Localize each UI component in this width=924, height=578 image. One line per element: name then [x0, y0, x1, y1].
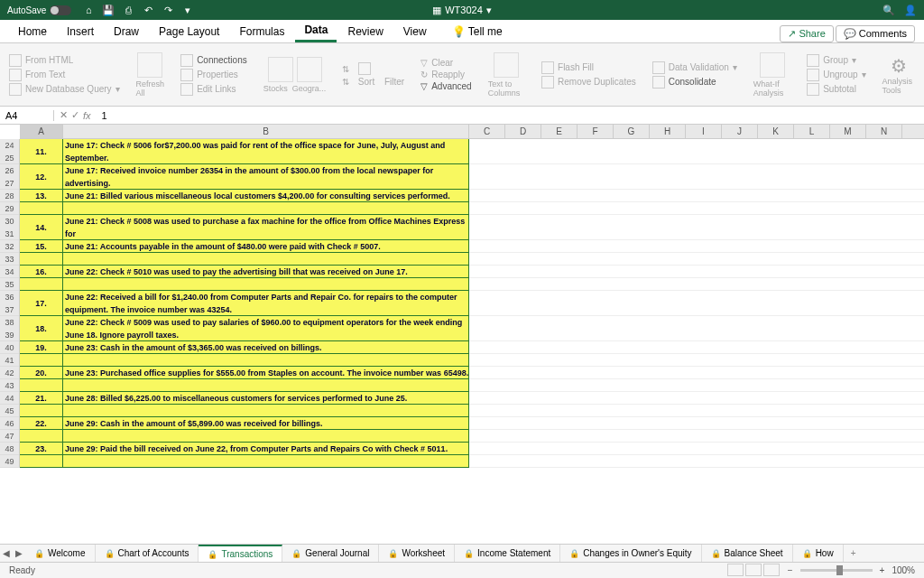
cell-a[interactable]: 12. [20, 164, 63, 190]
cell-b[interactable]: June 23: Cash in the amount of $3,365.00… [63, 341, 469, 354]
grid-body[interactable]: 242511.June 17: Check # 5006 for$7,200.0… [0, 139, 924, 544]
sheet-tab-chart-of-accounts[interactable]: 🔒Chart of Accounts [96, 545, 199, 562]
cell-a[interactable] [20, 405, 63, 417]
zoom-out-button[interactable]: − [788, 565, 793, 575]
cell-b[interactable]: June 29: Cash in the amount of $5,899.00… [63, 417, 469, 430]
column-header-D[interactable]: D [505, 125, 541, 138]
cell-rest[interactable] [469, 278, 924, 291]
cell-rest[interactable] [469, 215, 924, 240]
row-header[interactable]: 35 [0, 278, 20, 291]
cell-a[interactable]: 15. [20, 240, 63, 253]
cell-rest[interactable] [469, 190, 924, 202]
name-box[interactable]: A4 [0, 110, 54, 121]
add-sheet-button[interactable]: + [844, 548, 864, 558]
sheet-tab-worksheet[interactable]: 🔒Worksheet [379, 545, 455, 562]
refresh-all-button[interactable]: Refresh All [136, 52, 165, 98]
print-icon[interactable]: ⎙ [121, 3, 135, 17]
tab-review[interactable]: Review [338, 22, 392, 42]
row-header[interactable]: 43 [0, 379, 20, 392]
zoom-in-button[interactable]: + [880, 565, 885, 575]
home-icon[interactable]: ⌂ [81, 3, 96, 17]
row-header[interactable]: 29 [0, 202, 20, 215]
cell-rest[interactable] [469, 379, 924, 392]
formula-input[interactable]: 1 [97, 110, 924, 121]
tab-nav-prev[interactable]: ◀ [0, 548, 13, 558]
row-header[interactable]: 2627 [0, 164, 20, 190]
cell-rest[interactable] [469, 392, 924, 405]
sheet-tab-how[interactable]: 🔒How [793, 545, 844, 562]
tell-me-button[interactable]: 💡 Tell me [443, 22, 512, 42]
cell-rest[interactable] [469, 367, 924, 379]
tab-data[interactable]: Data [295, 20, 337, 42]
column-header-J[interactable]: J [722, 125, 758, 138]
cell-a[interactable] [20, 253, 63, 266]
zoom-slider[interactable] [800, 569, 873, 572]
cell-rest[interactable] [469, 316, 924, 341]
row-header[interactable]: 42 [0, 367, 20, 379]
row-header[interactable]: 41 [0, 354, 20, 367]
row-header[interactable]: 44 [0, 392, 20, 405]
row-header[interactable]: 3637 [0, 291, 20, 316]
cell-a[interactable]: 18. [20, 316, 63, 341]
cell-b[interactable] [63, 202, 469, 215]
cell-rest[interactable] [469, 341, 924, 354]
row-header[interactable]: 32 [0, 240, 20, 253]
tab-formulas[interactable]: Formulas [230, 22, 293, 42]
sheet-tab-changes-in-owner-s-equity[interactable]: 🔒Changes in Owner's Equity [560, 545, 701, 562]
cell-rest[interactable] [469, 291, 924, 316]
cell-a[interactable]: 17. [20, 291, 63, 316]
cell-rest[interactable] [469, 430, 924, 443]
tab-home[interactable]: Home [9, 22, 56, 42]
cell-a[interactable] [20, 354, 63, 367]
row-header[interactable]: 48 [0, 443, 20, 455]
row-header[interactable]: 3031 [0, 215, 20, 240]
row-header[interactable]: 47 [0, 430, 20, 443]
cell-a[interactable] [20, 278, 63, 291]
column-header-F[interactable]: F [578, 125, 614, 138]
sheet-tab-balance-sheet[interactable]: 🔒Balance Sheet [702, 545, 793, 562]
cell-b[interactable]: June 17: Check # 5006 for$7,200.00 was p… [63, 139, 469, 164]
cell-b[interactable]: June 23: Purchased office supplies for $… [63, 367, 469, 379]
cell-b[interactable]: June 21: Accounts payable in the amount … [63, 240, 469, 253]
fx-icon[interactable]: fx [83, 110, 91, 121]
cell-rest[interactable] [469, 253, 924, 266]
column-header-I[interactable]: I [686, 125, 722, 138]
column-header-A[interactable]: A [20, 125, 63, 138]
tab-page-layout[interactable]: Page Layout [150, 22, 228, 42]
share-button[interactable]: ↗ Share [780, 25, 833, 42]
cell-b[interactable] [63, 253, 469, 266]
cell-rest[interactable] [469, 455, 924, 468]
row-header[interactable]: 33 [0, 253, 20, 266]
column-header-C[interactable]: C [469, 125, 505, 138]
column-header-G[interactable]: G [614, 125, 650, 138]
cell-a[interactable]: 19. [20, 341, 63, 354]
tab-nav-next[interactable]: ▶ [13, 548, 25, 558]
cell-a[interactable] [20, 455, 63, 468]
cell-b[interactable] [63, 430, 469, 443]
cell-rest[interactable] [469, 202, 924, 215]
comments-button[interactable]: 💬 Comments [836, 25, 915, 42]
tab-draw[interactable]: Draw [105, 22, 148, 42]
cell-b[interactable] [63, 455, 469, 468]
column-header-M[interactable]: M [830, 125, 866, 138]
cell-b[interactable]: June 22: Check # 5009 was used to pay sa… [63, 316, 469, 341]
column-header-E[interactable]: E [541, 125, 578, 138]
cell-a[interactable]: 16. [20, 266, 63, 278]
cell-a[interactable] [20, 202, 63, 215]
cell-rest[interactable] [469, 405, 924, 417]
column-header-B[interactable]: B [63, 125, 469, 138]
cell-a[interactable] [20, 430, 63, 443]
connections-button[interactable]: Connections [180, 54, 247, 67]
cell-b[interactable] [63, 379, 469, 392]
tab-view[interactable]: View [394, 22, 436, 42]
column-header-K[interactable]: K [758, 125, 794, 138]
cell-rest[interactable] [469, 164, 924, 190]
view-buttons[interactable] [726, 564, 781, 578]
cell-rest[interactable] [469, 354, 924, 367]
what-if-button[interactable]: What-If Analysis [753, 52, 790, 98]
row-header[interactable]: 45 [0, 405, 20, 417]
sheet-tab-general-journal[interactable]: 🔒General Journal [282, 545, 379, 562]
cell-b[interactable]: June 17: Received invoice number 26354 i… [63, 164, 469, 190]
column-header-H[interactable]: H [650, 125, 686, 138]
qat-dropdown-icon[interactable]: ▾ [180, 3, 195, 17]
